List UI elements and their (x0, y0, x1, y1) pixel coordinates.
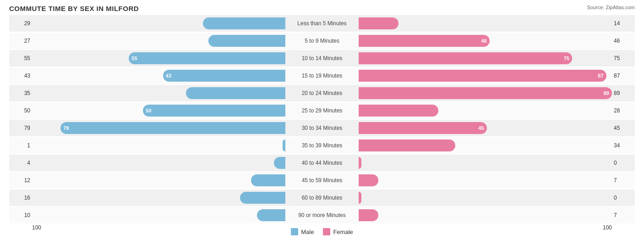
female-bar-container (359, 140, 612, 151)
table-row: 434315 to 19 Minutes8787 (9, 67, 635, 84)
legend: Male Female (291, 228, 353, 235)
table-row: 505025 to 29 Minutes28 (9, 102, 635, 119)
male-value: 43 (9, 73, 32, 79)
female-bar-container (359, 17, 612, 29)
row-label: 10 to 14 Minutes (285, 55, 359, 61)
male-value: 55 (9, 55, 32, 61)
table-row: 440 to 44 Minutes0 (9, 155, 635, 171)
male-value: 29 (9, 20, 32, 27)
female-bar (359, 105, 438, 117)
legend-female: Female (323, 228, 353, 235)
male-bar (251, 174, 285, 186)
female-bar (359, 157, 361, 169)
female-bar (359, 17, 398, 29)
female-value: 87 (612, 73, 635, 79)
female-bar (359, 174, 378, 186)
male-bar-label: 55 (131, 56, 137, 61)
legend-male-label: Male (301, 229, 314, 235)
table-row: 797930 to 34 Minutes4545 (9, 120, 635, 136)
male-bar: 50 (143, 105, 285, 117)
female-bar: 89 (359, 87, 612, 99)
male-value: 10 (9, 212, 32, 218)
male-bar-container (32, 17, 285, 29)
legend-female-label: Female (333, 229, 353, 235)
female-value: 7 (612, 212, 635, 218)
male-value: 50 (9, 107, 32, 114)
male-bar-label: 50 (146, 108, 151, 113)
chart-title: COMMUTE TIME BY SEX IN MILFORD (9, 5, 635, 12)
row-label: 15 to 19 Minutes (285, 73, 359, 79)
female-value: 34 (612, 142, 635, 149)
female-bar-container: 75 (359, 52, 612, 64)
row-label: 30 to 34 Minutes (285, 125, 359, 131)
female-bar-container (359, 157, 612, 169)
male-bar: 43 (163, 70, 285, 82)
table-row: 3520 to 24 Minutes8989 (9, 85, 635, 101)
table-row: 1090 or more Minutes7 (9, 207, 635, 223)
female-bar-container (359, 174, 612, 186)
table-row: 1660 to 89 Minutes0 (9, 190, 635, 206)
female-bar-container: 87 (359, 70, 612, 82)
male-bar: 55 (129, 52, 285, 64)
source-text: Source: ZipAtlas.com (587, 5, 635, 10)
female-bar-container (359, 209, 612, 221)
legend-female-box (323, 228, 330, 235)
row-label: 45 to 59 Minutes (285, 177, 359, 184)
male-value: 27 (9, 38, 32, 44)
male-bar-container (32, 35, 285, 47)
row-label: 25 to 29 Minutes (285, 107, 359, 114)
row-label: 20 to 24 Minutes (285, 90, 359, 96)
bottom-row: 100 Male Female 100 (9, 224, 635, 235)
male-bar (240, 192, 285, 204)
female-bar: 87 (359, 70, 606, 82)
female-bar: 46 (359, 35, 490, 47)
male-bar (208, 35, 285, 47)
male-bar-container: 43 (32, 70, 285, 82)
female-value: 28 (612, 107, 635, 114)
table-row: 1245 to 59 Minutes7 (9, 172, 635, 189)
table-row: 275 to 9 Minutes4646 (9, 33, 635, 49)
female-bar-label: 89 (604, 90, 609, 96)
row-label: 90 or more Minutes (285, 212, 359, 218)
female-bar-container: 46 (359, 35, 612, 47)
male-bar (274, 157, 285, 169)
row-label: 5 to 9 Minutes (285, 38, 359, 44)
table-row: 29Less than 5 Minutes14 (9, 15, 635, 32)
male-value: 4 (9, 160, 32, 166)
female-bar: 75 (359, 52, 572, 64)
legend-male-box (291, 228, 298, 235)
male-bar-container (32, 192, 285, 204)
chart-container: COMMUTE TIME BY SEX IN MILFORD Source: Z… (9, 5, 635, 235)
male-bar-container: 50 (32, 105, 285, 117)
female-bar-container: 45 (359, 122, 612, 134)
female-bar-container (359, 105, 612, 117)
male-value: 35 (9, 90, 32, 96)
male-value: 16 (9, 195, 32, 201)
female-bar-label: 87 (598, 73, 603, 78)
row-label: Less than 5 Minutes (285, 20, 359, 27)
legend-male: Male (291, 228, 314, 235)
chart-area: 29Less than 5 Minutes14275 to 9 Minutes4… (9, 15, 635, 223)
female-bar-container: 89 (359, 87, 612, 99)
female-bar-container (359, 192, 612, 204)
female-bar-label: 46 (481, 38, 487, 44)
female-bar (359, 140, 455, 151)
male-bar-container (32, 209, 285, 221)
male-bar-container (32, 87, 285, 99)
male-bar: 79 (60, 122, 285, 134)
female-value: 0 (612, 195, 635, 201)
female-value: 89 (612, 90, 635, 96)
female-bar (359, 209, 378, 221)
row-label: 60 to 89 Minutes (285, 195, 359, 201)
female-value: 14 (612, 20, 635, 27)
male-bar (186, 87, 285, 99)
male-bar (257, 209, 285, 221)
female-bar-label: 45 (478, 125, 484, 131)
female-value: 75 (612, 55, 635, 61)
bottom-left-label: 100 (32, 224, 41, 235)
female-bar: 45 (359, 122, 487, 134)
male-bar (203, 17, 285, 29)
female-value: 7 (612, 177, 635, 184)
male-bar-container (32, 174, 285, 186)
male-bar-container: 79 (32, 122, 285, 134)
